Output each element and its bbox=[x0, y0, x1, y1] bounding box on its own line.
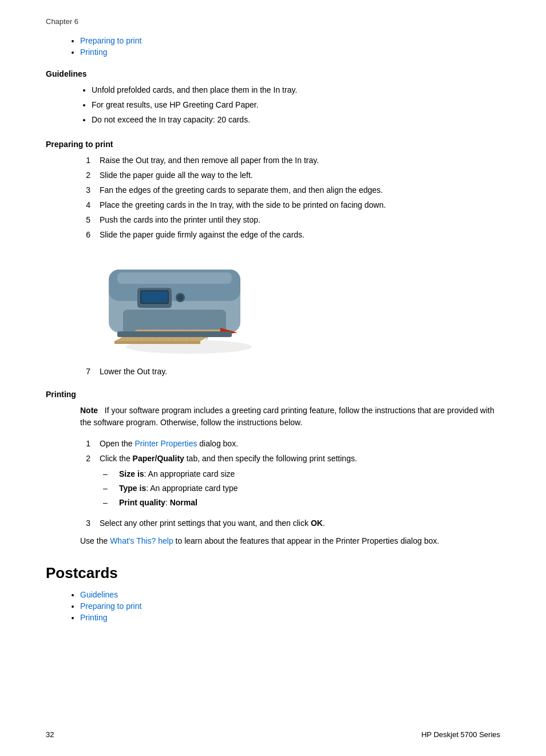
guideline-item-2: For great results, use HP Greeting Card … bbox=[92, 99, 500, 111]
postcards-toc-printing[interactable]: Printing bbox=[80, 613, 500, 622]
preparing-step-6: 6 Slide the paper guide firmly against t… bbox=[80, 229, 500, 241]
postcards-heading: Postcards bbox=[46, 564, 500, 582]
preparing-steps: 1 Raise the Out tray, and then remove al… bbox=[46, 155, 500, 241]
guidelines-section: Guidelines Unfold prefolded cards, and t… bbox=[46, 69, 500, 126]
printing-step-3: 3 Select any other print settings that y… bbox=[80, 517, 500, 529]
guideline-item-1: Unfold prefolded cards, and then place t… bbox=[92, 84, 500, 96]
product-name: HP Deskjet 5700 Series bbox=[421, 730, 500, 739]
printing-steps: 1 Open the Printer Properties dialog box… bbox=[46, 438, 500, 529]
printing-note: Note If your software program includes a… bbox=[46, 405, 500, 429]
preparing-step-2: 2 Slide the paper guide all the way to t… bbox=[80, 169, 500, 181]
print-settings-list: – Size is: An appropriate card size – Ty… bbox=[80, 468, 500, 511]
postcards-guidelines-link[interactable]: Guidelines bbox=[80, 590, 118, 599]
setting-type: – Type is: An appropriate card type bbox=[103, 482, 500, 494]
toc-item-preparing[interactable]: Preparing to print bbox=[80, 36, 500, 45]
postcards-toc-preparing[interactable]: Preparing to print bbox=[80, 601, 500, 611]
setting-size: – Size is: An appropriate card size bbox=[103, 468, 500, 480]
svg-rect-23 bbox=[117, 331, 232, 337]
svg-rect-3 bbox=[117, 272, 232, 284]
intro-toc: Preparing to print Printing bbox=[46, 36, 500, 57]
printer-illustration bbox=[92, 252, 258, 355]
chapter-label: Chapter 6 bbox=[46, 17, 500, 26]
printer-properties-link[interactable]: Printer Properties bbox=[135, 439, 197, 448]
preparing-step-1: 1 Raise the Out tray, and then remove al… bbox=[80, 155, 500, 167]
preparing-step-3: 3 Fan the edges of the greeting cards to… bbox=[80, 184, 500, 196]
svg-point-12 bbox=[177, 295, 183, 300]
toc-link-preparing[interactable]: Preparing to print bbox=[80, 36, 141, 45]
toc-item-printing[interactable]: Printing bbox=[80, 48, 500, 57]
page-footer: 32 HP Deskjet 5700 Series bbox=[46, 730, 500, 739]
postcards-printing-link[interactable]: Printing bbox=[80, 613, 107, 622]
whats-this-para: Use the What's This? help to learn about… bbox=[46, 535, 500, 547]
postcards-section: Postcards Guidelines Preparing to print … bbox=[46, 564, 500, 622]
whats-this-link[interactable]: What's This? help bbox=[110, 536, 173, 545]
setting-quality: – Print quality: Normal bbox=[103, 497, 500, 509]
printing-step-2: 2 Click the Paper/Quality tab, and then … bbox=[80, 453, 500, 514]
printing-section: Printing Note If your software program i… bbox=[46, 390, 500, 547]
page-number: 32 bbox=[46, 730, 54, 739]
postcards-toc: Guidelines Preparing to print Printing bbox=[46, 590, 500, 622]
svg-rect-10 bbox=[141, 291, 168, 303]
postcards-preparing-link[interactable]: Preparing to print bbox=[80, 601, 141, 611]
guidelines-heading: Guidelines bbox=[46, 69, 500, 78]
preparing-heading: Preparing to print bbox=[46, 140, 500, 149]
toc-link-printing[interactable]: Printing bbox=[80, 48, 107, 57]
note-text: If your software program includes a gree… bbox=[80, 406, 494, 427]
preparing-step-7: 7 Lower the Out tray. bbox=[46, 367, 500, 376]
preparing-step-4: 4 Place the greeting cards in the In tra… bbox=[80, 199, 500, 211]
postcards-toc-guidelines[interactable]: Guidelines bbox=[80, 590, 500, 599]
preparing-section: Preparing to print 1 Raise the Out tray,… bbox=[46, 140, 500, 376]
note-label: Note bbox=[80, 406, 98, 415]
guideline-item-3: Do not exceed the In tray capacity: 20 c… bbox=[92, 114, 500, 126]
preparing-step-5: 5 Push the cards into the printer until … bbox=[80, 214, 500, 226]
guidelines-list: Unfold prefolded cards, and then place t… bbox=[46, 84, 500, 126]
printing-step-1: 1 Open the Printer Properties dialog box… bbox=[80, 438, 500, 450]
printing-heading: Printing bbox=[46, 390, 500, 399]
svg-marker-14 bbox=[114, 341, 200, 344]
